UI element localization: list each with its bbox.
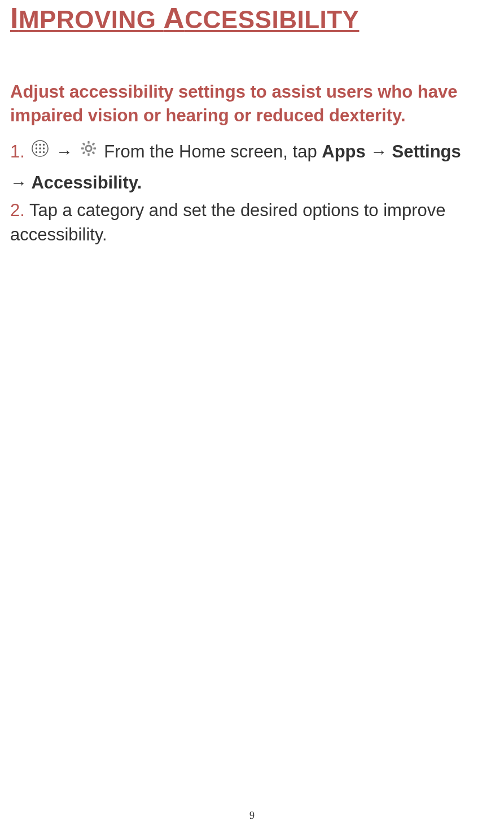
intro-paragraph: Adjust accessibility settings to assist … xyxy=(10,80,494,128)
gear-icon xyxy=(80,137,97,165)
heading-rest-2: CCESSIBILITY xyxy=(185,6,359,33)
step-2-number: 2. xyxy=(10,200,25,220)
svg-rect-14 xyxy=(82,142,85,146)
step-1: 1. → xyxy=(10,138,494,167)
step-1-number: 1. xyxy=(10,142,25,161)
arrow-icon-2: → xyxy=(366,142,392,161)
heading-rest-1: MPROVING xyxy=(19,6,163,33)
step-1-continuation: → Accessibility. xyxy=(10,169,494,197)
svg-rect-17 xyxy=(82,151,85,155)
svg-rect-16 xyxy=(91,142,95,146)
step-2-text: Tap a category and set the desired optio… xyxy=(10,200,445,244)
svg-rect-10 xyxy=(87,141,89,144)
heading-cap-i: I xyxy=(10,2,19,34)
svg-point-1 xyxy=(36,143,37,145)
svg-point-9 xyxy=(43,151,45,153)
step-1-accessibility: Accessibility. xyxy=(27,173,142,192)
svg-point-4 xyxy=(36,147,37,149)
step-1-text: From the Home screen, tap xyxy=(104,142,322,161)
apps-grid-icon xyxy=(32,137,49,165)
arrow-icon-3: → xyxy=(10,173,27,192)
svg-point-6 xyxy=(43,147,45,149)
step-2: 2. Tap a category and set the desired op… xyxy=(10,198,494,247)
svg-point-8 xyxy=(40,151,41,153)
page-number: 9 xyxy=(0,810,504,822)
page-heading: IMPROVING ACCESSIBILITY xyxy=(10,0,494,35)
svg-rect-11 xyxy=(87,153,89,156)
svg-rect-13 xyxy=(93,147,96,149)
heading-cap-a: A xyxy=(163,2,185,34)
step-1-apps: Apps xyxy=(322,142,366,161)
svg-point-2 xyxy=(40,143,41,145)
svg-rect-15 xyxy=(91,151,95,155)
svg-point-7 xyxy=(36,151,37,153)
step-1-settings: Settings xyxy=(392,142,461,161)
arrow-icon-1: → xyxy=(56,142,73,161)
svg-point-5 xyxy=(40,147,41,149)
svg-point-3 xyxy=(43,143,45,145)
svg-rect-12 xyxy=(81,147,84,149)
